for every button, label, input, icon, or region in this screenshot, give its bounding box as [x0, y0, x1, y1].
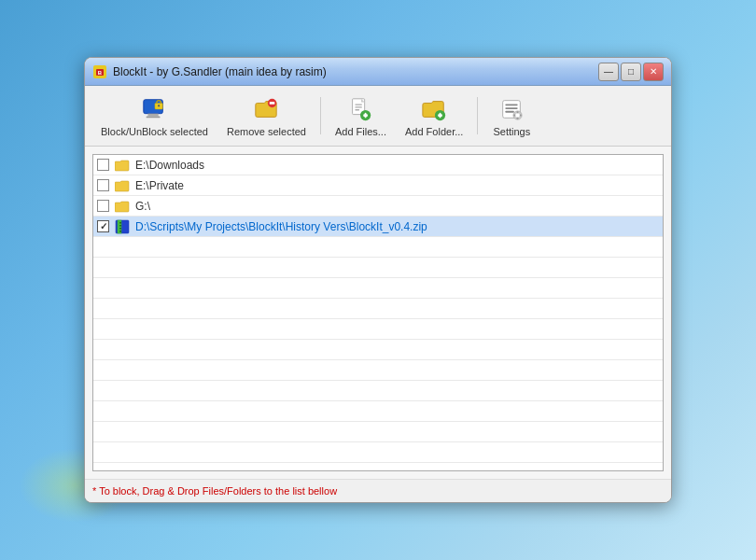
close-button[interactable]: ✕: [643, 63, 664, 81]
file-path-1: E:\Downloads: [135, 159, 204, 172]
file-checkbox-3[interactable]: [97, 200, 109, 212]
file-checkbox-1[interactable]: [97, 159, 109, 171]
table-row-empty-8: [93, 299, 663, 319]
table-row-empty-13: [93, 401, 663, 422]
file-path-3: G:\: [135, 200, 150, 213]
add-files-icon: [345, 94, 375, 124]
minimize-button[interactable]: —: [598, 63, 619, 81]
svg-rect-12: [356, 106, 362, 107]
window-title: BlockIt - by G.Sandler (main idea by ras…: [113, 65, 327, 78]
folder-icon-3: [115, 199, 130, 214]
table-row[interactable]: G:\: [93, 196, 663, 217]
file-checkbox-4[interactable]: [97, 220, 109, 232]
table-row-empty-14: [93, 422, 663, 442]
table-row-empty-16: [93, 463, 663, 471]
table-row-empty-11: [93, 360, 663, 381]
titlebar: B BlockIt - by G.Sandler (main idea by r…: [85, 58, 671, 86]
folder-icon-2: [115, 178, 130, 193]
file-list[interactable]: E:\Downloads E:\Private: [92, 154, 664, 471]
remove-selected-label: Remove selected: [227, 126, 306, 137]
block-unblock-icon: [139, 94, 169, 124]
add-folder-icon: [419, 94, 449, 124]
svg-point-7: [158, 105, 160, 106]
titlebar-buttons: — □ ✕: [598, 63, 664, 81]
svg-rect-4: [148, 114, 159, 117]
table-row-empty-12: [93, 381, 663, 401]
svg-rect-5: [147, 116, 161, 118]
table-row[interactable]: E:\Downloads: [93, 155, 663, 175]
table-row-empty-9: [93, 319, 663, 340]
svg-rect-21: [506, 104, 518, 105]
toolbar: Block/UnBlock selected Remove selected: [85, 86, 671, 147]
svg-rect-9: [270, 102, 275, 105]
zip-icon-4: [115, 219, 130, 234]
svg-rect-22: [506, 107, 518, 109]
file-checkbox-2[interactable]: [97, 179, 109, 191]
add-folder-button[interactable]: Add Folder...: [397, 90, 471, 142]
table-row-empty-7: [93, 278, 663, 299]
file-path-4: D:\Scripts\My Projects\BlockIt\History V…: [135, 220, 427, 233]
remove-selected-button[interactable]: Remove selected: [218, 90, 315, 142]
statusbar-hint: * To block, Drag & Drop Files/Folders to…: [92, 485, 337, 497]
svg-point-25: [516, 113, 521, 118]
table-row[interactable]: E:\Private: [93, 175, 663, 196]
toolbar-separator-2: [477, 97, 478, 134]
block-unblock-label: Block/UnBlock selected: [101, 126, 208, 137]
statusbar: * To block, Drag & Drop Files/Folders to…: [85, 479, 671, 502]
maximize-button[interactable]: □: [621, 63, 641, 81]
svg-rect-28: [514, 115, 516, 117]
svg-rect-16: [365, 113, 367, 119]
table-row-empty-6: [93, 258, 663, 278]
settings-icon: [497, 94, 526, 124]
table-row-empty-10: [93, 340, 663, 360]
file-path-2: E:\Private: [135, 179, 184, 192]
table-row-empty-5: [93, 237, 663, 258]
add-files-button[interactable]: Add Files...: [327, 90, 395, 142]
titlebar-left: B BlockIt - by G.Sandler (main idea by r…: [92, 64, 327, 79]
table-row-empty-15: [93, 442, 663, 463]
settings-button[interactable]: Settings: [483, 90, 539, 142]
folder-icon-1: [115, 158, 130, 173]
block-unblock-button[interactable]: Block/UnBlock selected: [92, 90, 217, 142]
svg-rect-11: [356, 104, 362, 105]
remove-selected-icon: [251, 94, 281, 124]
svg-rect-34: [119, 228, 121, 230]
svg-rect-32: [119, 222, 121, 224]
svg-rect-33: [119, 225, 121, 227]
settings-label: Settings: [493, 126, 530, 137]
svg-rect-29: [520, 115, 522, 117]
svg-rect-13: [356, 109, 360, 110]
svg-text:B: B: [98, 70, 103, 76]
add-folder-label: Add Folder...: [405, 126, 463, 137]
toolbar-separator-1: [320, 97, 321, 134]
svg-rect-27: [517, 118, 519, 119]
main-window: B BlockIt - by G.Sandler (main idea by r…: [84, 57, 672, 503]
table-row[interactable]: D:\Scripts\My Projects\BlockIt\History V…: [93, 217, 663, 237]
svg-rect-19: [440, 113, 441, 119]
app-icon: B: [92, 64, 107, 79]
svg-rect-35: [119, 231, 121, 232]
add-files-label: Add Files...: [335, 126, 386, 137]
content-area: E:\Downloads E:\Private: [85, 147, 671, 479]
svg-rect-23: [506, 111, 514, 113]
svg-rect-26: [517, 111, 519, 113]
